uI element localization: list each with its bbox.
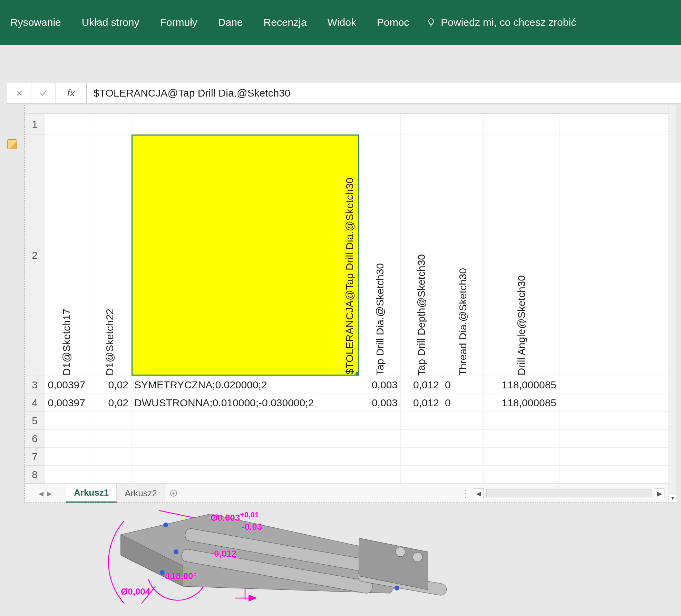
dim-depth[interactable]: 0,012 (214, 548, 236, 559)
row-header-7[interactable]: 7 (25, 448, 45, 466)
cell[interactable] (45, 466, 88, 483)
cell[interactable] (88, 114, 132, 134)
cell[interactable] (359, 114, 401, 134)
row-header-1[interactable]: 1 (25, 114, 45, 135)
cell[interactable] (442, 412, 484, 429)
cell[interactable] (88, 466, 132, 483)
cell[interactable] (560, 376, 642, 394)
cell[interactable] (560, 114, 642, 134)
cell[interactable] (484, 448, 560, 465)
row-header-8[interactable]: 8 (25, 466, 45, 484)
row-header-4[interactable]: 4 (25, 394, 45, 412)
cell[interactable]: 0,00397 (45, 394, 88, 411)
ribbon-tab-rysowanie[interactable]: Rysowanie (0, 0, 71, 45)
sheet-tab-arkusz1[interactable]: Arkusz1 (66, 484, 117, 503)
header-thread-dia[interactable]: Thread Dia.@Sketch30 (442, 135, 484, 376)
cell[interactable] (560, 448, 642, 465)
cell[interactable]: SYMETRYCZNA;0.020000;2 (132, 376, 359, 394)
cell[interactable] (484, 412, 560, 429)
cell[interactable] (560, 135, 642, 376)
cell[interactable]: 0,02 (88, 394, 132, 411)
cell[interactable]: 0,00397 (45, 376, 88, 394)
cell[interactable]: 0,003 (359, 376, 401, 394)
ribbon-tab-widok[interactable]: Widok (317, 0, 367, 45)
header-tap-drill-depth[interactable]: Tap Drill Depth@Sketch30 (401, 135, 442, 376)
cell[interactable] (442, 448, 484, 465)
cell[interactable]: 0 (442, 376, 484, 394)
cell[interactable] (132, 448, 359, 465)
cell[interactable] (45, 430, 88, 447)
cell[interactable]: 0,02 (88, 376, 132, 394)
cell[interactable] (560, 430, 642, 447)
cell[interactable] (88, 430, 132, 447)
sheet-nav[interactable]: ◂ ▸ (25, 488, 66, 499)
splitter-handle-icon[interactable]: ⋮ (461, 488, 471, 499)
vertical-scrollbar[interactable]: ▾ (669, 105, 676, 503)
tell-me-search[interactable]: Powiedz mi, co chcesz zrobić (426, 17, 576, 28)
solidworks-icon[interactable] (7, 139, 17, 149)
cell[interactable] (359, 430, 401, 447)
cell[interactable] (132, 114, 359, 134)
cell[interactable] (45, 114, 88, 134)
row-header-3[interactable]: 3 (25, 376, 45, 394)
cell[interactable]: 0,003 (359, 394, 401, 411)
row-header-6[interactable]: 6 (25, 430, 45, 448)
cell[interactable] (88, 412, 132, 429)
cell[interactable] (401, 448, 442, 465)
cell[interactable] (401, 466, 442, 483)
add-sheet-button[interactable] (165, 489, 182, 497)
cell[interactable] (132, 430, 359, 447)
cell[interactable]: 0,012 (401, 376, 442, 394)
cell[interactable] (401, 430, 442, 447)
selected-cell-tolerancja[interactable]: $TOLERANCJA@Tap Drill Dia.@Sketch30 (132, 135, 359, 376)
cell[interactable] (45, 412, 88, 429)
cell[interactable] (560, 466, 642, 483)
hscroll-right-button[interactable]: ▸ (655, 488, 664, 498)
header-d1-sketch22[interactable]: D1@Sketch22 (88, 135, 132, 376)
formula-input[interactable] (87, 83, 681, 103)
dim-tol-minus[interactable]: -0,03 (242, 521, 262, 532)
cell[interactable] (401, 114, 442, 134)
cell[interactable] (401, 412, 442, 429)
cell[interactable] (442, 466, 484, 483)
dim-angle[interactable]: 118,00° (166, 571, 197, 582)
cell[interactable] (359, 466, 401, 483)
cell[interactable]: 118,000085 (484, 376, 560, 394)
cell[interactable] (560, 412, 642, 429)
cell[interactable] (359, 448, 401, 465)
insert-function-button[interactable]: fx (56, 83, 87, 103)
cell[interactable] (442, 114, 484, 134)
cell[interactable] (88, 448, 132, 465)
vscroll-down-button[interactable]: ▾ (669, 494, 676, 503)
formula-confirm-button[interactable] (31, 83, 56, 103)
header-tap-drill-dia[interactable]: Tap Drill Dia.@Sketch30 (359, 135, 401, 376)
row-header-5[interactable]: 5 (25, 412, 45, 430)
header-drill-angle[interactable]: Drill Angle@Sketch30 (484, 135, 560, 376)
cell[interactable] (560, 394, 642, 411)
header-d1-sketch17[interactable]: D1@Sketch17 (45, 135, 88, 376)
cell[interactable]: 0 (442, 394, 484, 411)
ribbon-tab-uklad[interactable]: Układ strony (71, 0, 150, 45)
ribbon-tab-dane[interactable]: Dane (208, 0, 253, 45)
cell[interactable] (484, 430, 560, 447)
cell[interactable] (132, 466, 359, 483)
cell[interactable]: DWUSTRONNA;0.010000;-0.030000;2 (132, 394, 359, 411)
cell[interactable]: 118,000085 (484, 394, 560, 411)
row-header-2[interactable]: 2 (25, 135, 45, 376)
cell[interactable] (132, 412, 359, 429)
cell[interactable]: 0,012 (401, 394, 442, 411)
cad-model-view[interactable]: Ø0,003+0,01 -0,03 0,012 118,00° Ø0,004 (97, 500, 459, 610)
cell[interactable] (359, 412, 401, 429)
ribbon-tab-pomoc[interactable]: Pomoc (367, 0, 419, 45)
hscroll-left-button[interactable]: ◂ (474, 488, 484, 498)
ribbon-tab-recenzja[interactable]: Recenzja (253, 0, 317, 45)
ribbon-tab-formuly[interactable]: Formuły (149, 0, 207, 45)
formula-cancel-button[interactable] (7, 83, 31, 103)
cell[interactable] (45, 448, 88, 465)
cell[interactable] (484, 114, 560, 134)
cell[interactable] (442, 430, 484, 447)
sheet-tab-arkusz2[interactable]: Arkusz2 (117, 484, 165, 503)
hscroll-track[interactable] (486, 489, 652, 497)
cell[interactable] (484, 466, 560, 483)
dim-dia2[interactable]: Ø0,004 (121, 586, 150, 597)
